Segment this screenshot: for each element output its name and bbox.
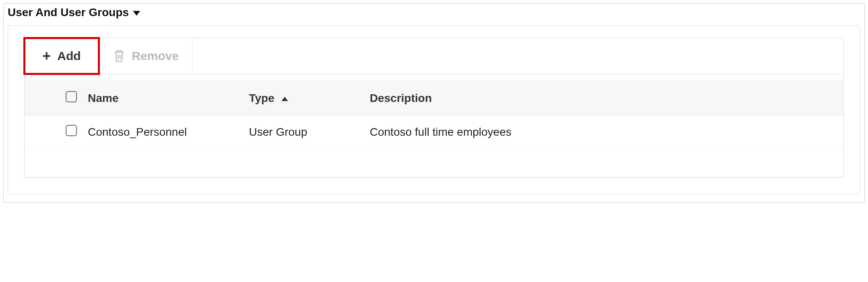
column-header-description[interactable]: Description xyxy=(365,81,843,115)
plus-icon: + xyxy=(42,49,51,63)
caret-down-icon xyxy=(133,11,140,16)
panel-title: User And User Groups xyxy=(8,6,129,19)
cell-name: Contoso_Personnel xyxy=(83,115,244,149)
select-all-checkbox[interactable] xyxy=(66,91,77,102)
table-row[interactable]: Contoso_Personnel User Group Contoso ful… xyxy=(25,115,843,149)
empty-row xyxy=(25,149,843,177)
user-groups-panel: User And User Groups + Add Remove xyxy=(3,3,865,203)
inner-panel: + Add Remove xyxy=(8,25,860,194)
column-header-name[interactable]: Name xyxy=(83,81,244,115)
cell-description: Contoso full time employees xyxy=(365,115,843,149)
add-button[interactable]: + Add xyxy=(23,37,100,75)
trash-icon xyxy=(113,49,125,63)
add-button-label: Add xyxy=(57,49,81,63)
table-spacer xyxy=(25,74,843,81)
remove-button-label: Remove xyxy=(132,49,179,63)
table-header-row: Name Type Description xyxy=(25,81,843,115)
remove-button: Remove xyxy=(100,38,193,74)
sort-ascending-icon xyxy=(282,97,288,101)
toolbar: + Add Remove xyxy=(24,38,844,74)
row-checkbox[interactable] xyxy=(66,125,77,136)
table-wrapper: Name Type Description xyxy=(24,74,844,178)
panel-header[interactable]: User And User Groups xyxy=(8,5,860,25)
user-groups-table: Name Type Description xyxy=(25,81,843,177)
cell-type: User Group xyxy=(244,115,365,149)
column-header-type[interactable]: Type xyxy=(244,81,365,115)
